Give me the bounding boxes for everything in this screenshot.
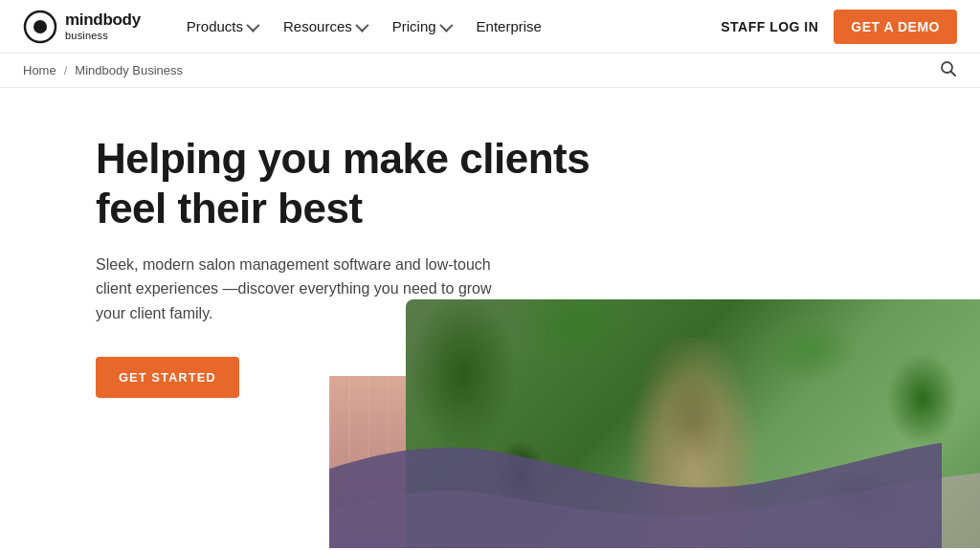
navbar: mindbody business Products Resources Pri… [0, 0, 980, 54]
nav-links: Products Resources Pricing Enterprise [175, 12, 721, 40]
nav-item-resources[interactable]: Resources [272, 12, 377, 40]
svg-line-3 [951, 71, 956, 76]
hero-content: Helping you make clients feel their best… [96, 134, 632, 398]
logo-name-main: mindbody [65, 11, 141, 30]
hero-subtitle: Sleek, modern salon management software … [96, 253, 517, 326]
purple-wave [329, 395, 942, 548]
svg-point-1 [33, 20, 47, 33]
nav-right: STAFF LOG IN GET A DEMO [721, 10, 957, 44]
chevron-down-icon [246, 18, 259, 32]
breadcrumb-home[interactable]: Home [23, 63, 56, 77]
breadcrumb-current: Mindbody Business [75, 63, 183, 77]
breadcrumb-bar: Home / Mindbody Business [0, 54, 980, 88]
chevron-down-icon [355, 18, 368, 32]
nav-item-products[interactable]: Products [175, 12, 268, 40]
get-started-button[interactable]: GET STARTED [96, 357, 239, 398]
staff-login-link[interactable]: STAFF LOG IN [721, 19, 818, 34]
breadcrumb-separator: / [64, 63, 68, 77]
search-icon [940, 60, 957, 77]
logo[interactable]: mindbody business [23, 10, 141, 44]
search-icon-button[interactable] [940, 60, 957, 81]
nav-item-enterprise[interactable]: Enterprise [465, 12, 553, 40]
nav-item-pricing[interactable]: Pricing [381, 12, 461, 40]
logo-name-sub: business [65, 30, 141, 41]
logo-icon [23, 10, 57, 44]
chevron-down-icon [439, 18, 453, 32]
hero-section: Helping you make clients feel their best… [0, 88, 980, 548]
hero-title: Helping you make clients feel their best [96, 134, 632, 233]
get-demo-button[interactable]: GET A DEMO [834, 10, 957, 44]
